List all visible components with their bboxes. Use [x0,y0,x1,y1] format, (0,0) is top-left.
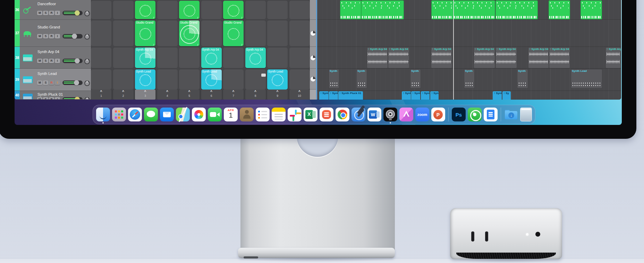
track-header[interactable]: 38Synth Arp 04MSRI [15,47,91,69]
loop-cell-slot[interactable] [157,48,178,68]
loop-cell-slot[interactable] [245,1,266,19]
dock-icon-xcode[interactable] [351,108,365,121]
scene-trigger[interactable]: ^10 [289,90,310,100]
region[interactable]: ↕ Synth Arp 04 [474,47,495,68]
region[interactable]: ↕ Synt [421,91,430,100]
region[interactable] [549,0,570,19]
region[interactable]: ↕ Synth Arp 04 [549,47,570,68]
pan-knob[interactable] [84,11,90,16]
loop-cell-slot[interactable] [157,1,178,19]
region[interactable] [453,0,495,19]
track-s-button[interactable]: S [43,59,48,63]
track-s-button[interactable]: S [43,97,48,100]
track-m-button[interactable]: M [37,97,42,100]
loop-cell-slot[interactable] [289,20,310,46]
loop-cell[interactable]: Synth Lead [201,69,222,90]
track-s-button[interactable]: S [43,34,48,39]
loop-cell-slot[interactable] [113,69,134,90]
dock-icon-zoom[interactable]: zoom [415,108,429,121]
volume-thumb[interactable] [75,97,80,100]
loop-cell-slot[interactable] [91,69,111,90]
volume-slider[interactable] [62,59,83,63]
playhead[interactable] [453,0,454,100]
track-r-button[interactable]: R [49,80,54,85]
track-m-button[interactable]: M [37,34,42,39]
loop-cell-slot[interactable] [245,69,266,90]
track-r-button[interactable]: R [49,59,54,63]
scene-trigger[interactable]: ^1 [91,90,111,100]
loop-cell[interactable]: Studio Grand♪ [179,20,200,46]
loop-cell[interactable]: Studio Grand♪ [223,20,244,46]
region[interactable]: Synth [517,69,528,88]
region[interactable] [495,0,538,19]
region[interactable]: ↕ Synth Arp 04 [367,47,388,68]
region[interactable]: Synth [356,69,367,88]
region[interactable]: Synth [410,69,421,88]
scene-trigger[interactable]: ^5 [179,90,200,100]
dock-icon-messages[interactable] [144,108,158,121]
pan-knob[interactable] [84,97,90,100]
loop-cell-slot[interactable] [245,20,266,46]
track-i-button[interactable]: I [55,97,60,100]
loop-cell[interactable]: ♪ [135,1,155,19]
region[interactable] [581,0,602,19]
loop-cell-slot[interactable] [179,48,200,68]
loop-cell[interactable]: Synth Arp 04 [245,48,266,68]
volume-slider[interactable] [62,80,83,85]
loop-cell-slot[interactable] [179,69,200,90]
dock-icon-maps[interactable] [176,108,190,121]
track-s-button[interactable]: S [43,80,48,85]
scene-trigger[interactable]: ^8 [245,90,266,100]
region[interactable] [431,0,453,19]
scene-trigger[interactable]: ^2 [113,90,134,100]
region[interactable]: ↕ Synth Arp 04 [388,47,409,68]
loop-cell-slot[interactable] [113,48,134,68]
dock-icon-contacts[interactable] [240,108,254,121]
dock-icon-reminders[interactable] [256,108,270,121]
scene-trigger[interactable]: ^7 [223,90,244,100]
region[interactable]: ↕ Synt [402,91,411,100]
dock-icon-chrome[interactable] [336,108,349,121]
pan-knob[interactable] [84,80,90,86]
track-m-button[interactable]: M [37,11,42,15]
region[interactable]: ↕ Synth Pluck 01 [338,91,363,100]
track-i-button[interactable]: I [55,34,60,39]
grid-scrollbar-thumb[interactable] [261,74,266,77]
volume-thumb[interactable] [72,34,77,39]
track-s-button[interactable]: S [43,11,48,15]
region[interactable]: ↕ Synth [493,91,502,100]
dock-icon-photoshop[interactable]: Ps [452,108,466,121]
region[interactable]: ↕ Synth Arp 04 [431,47,452,68]
dock-icon-photos[interactable] [192,108,206,121]
track-i-button[interactable]: I [55,11,60,15]
region[interactable]: Synth [329,69,339,88]
dock-icon-facetime[interactable] [208,108,222,121]
dock-icon-calendar[interactable]: APR1 [224,108,238,121]
dock-icon-mail[interactable] [160,108,174,121]
dock-icon-downloads[interactable]: ↓ [504,108,518,121]
dock-icon-excel[interactable]: X [304,108,317,121]
region[interactable] [361,0,404,19]
track-r-button[interactable]: R [49,97,54,100]
loop-cell-slot[interactable] [113,1,134,19]
dock-icon-diskutility[interactable] [383,108,397,121]
region[interactable]: ↕ Sy [502,91,511,100]
loop-cell-slot[interactable] [289,69,310,90]
volume-thumb[interactable] [75,58,80,63]
pan-knob[interactable] [84,59,90,64]
volume-thumb[interactable] [75,10,80,16]
loop-cell[interactable]: Synth Lead [135,69,155,90]
region[interactable]: ↕ Synth Arp 04 [528,47,549,68]
track-header[interactable]: 36DancefloorMSRI [15,0,91,20]
loop-cell[interactable]: Studio Grand♪ [135,20,155,46]
loop-cell[interactable]: ♪ [223,1,244,19]
dock-icon-launchpad[interactable] [112,108,126,121]
loop-cell[interactable]: Synth Arp 04 [201,48,222,68]
loop-cell-slot[interactable] [267,20,288,46]
track-i-button[interactable]: I [55,80,60,85]
region[interactable]: ↕ Synth Arp 04 [605,47,621,68]
dock-icon-word[interactable]: W [367,108,381,121]
track-header[interactable]: 37Studio GrandMSRI [15,20,91,47]
grid-tracks-divider[interactable] [310,0,316,100]
dock-icon-finder[interactable] [96,108,110,121]
